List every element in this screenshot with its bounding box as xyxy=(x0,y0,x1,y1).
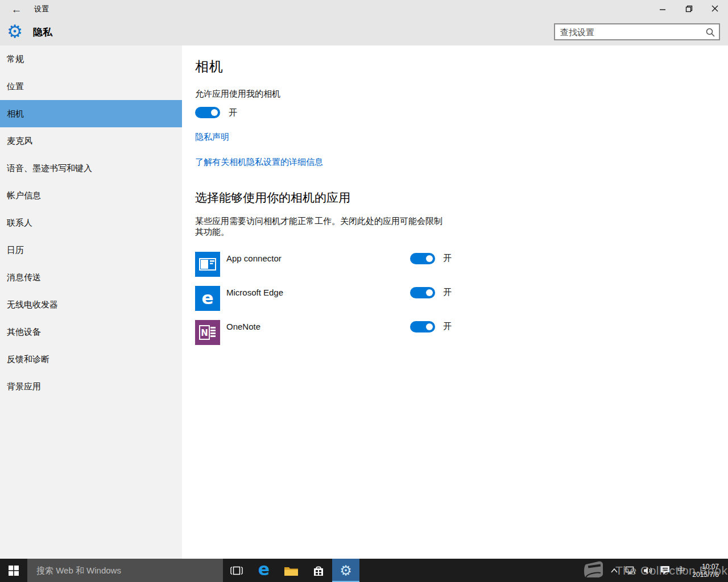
master-toggle-state: 开 xyxy=(229,107,237,118)
toggle-knob xyxy=(426,323,433,330)
app-toggle-state: 开 xyxy=(443,321,452,332)
volume-tray-icon[interactable] xyxy=(643,566,653,575)
minimize-button[interactable] xyxy=(650,0,676,17)
app-connector-icon xyxy=(195,252,220,277)
app-row-onenote: N OneNote 开 xyxy=(195,320,514,345)
onenote-toggle[interactable] xyxy=(410,321,435,332)
sidebar-item-speech[interactable]: 语音、墨迹书写和键入 xyxy=(0,155,182,182)
edge-icon: e xyxy=(195,286,220,311)
taskbar-clock[interactable]: 10:07 2015/7/6 xyxy=(692,563,719,579)
start-button[interactable] xyxy=(0,559,27,582)
learn-more-link[interactable]: 了解有关相机隐私设置的详细信息 xyxy=(195,157,323,168)
find-setting-searchbox xyxy=(554,23,720,40)
toggle-knob xyxy=(211,109,218,116)
sidebar-item-radios[interactable]: 无线电收发器 xyxy=(0,291,182,318)
master-toggle-label: 允许应用使用我的相机 xyxy=(195,89,514,99)
back-button[interactable]: ← xyxy=(7,2,26,17)
app-row-app-connector: App connector 开 xyxy=(195,252,514,277)
camera-settings-panel: 相机 允许应用使用我的相机 开 隐私声明 了解有关相机隐私设置的详细信息 选择能… xyxy=(182,45,728,559)
sidebar-item-background-apps[interactable]: 背景应用 xyxy=(0,373,182,400)
window-controls xyxy=(650,0,728,17)
toggle-knob xyxy=(426,255,433,262)
action-center-tray-icon[interactable] xyxy=(660,566,671,575)
speaker-icon xyxy=(643,566,653,575)
close-icon xyxy=(712,5,718,12)
close-button[interactable] xyxy=(702,0,728,17)
clock-date: 2015/7/6 xyxy=(692,571,719,579)
privacy-nav-sidebar: 常规 位置 相机 麦克风 语音、墨迹书写和键入 帐户信息 联系人 日历 消息传送… xyxy=(0,45,182,559)
page-title: 隐私 xyxy=(33,26,52,39)
settings-taskbar-button[interactable]: ⚙ xyxy=(332,559,359,582)
folder-icon xyxy=(284,565,299,576)
choose-apps-heading: 选择能够使用你的相机的应用 xyxy=(195,190,514,206)
sidebar-item-location[interactable]: 位置 xyxy=(0,73,182,100)
store-icon xyxy=(312,565,325,576)
app-row-microsoft-edge: e Microsoft Edge 开 xyxy=(195,286,514,311)
svg-text:N: N xyxy=(201,328,208,338)
restore-icon xyxy=(685,5,693,13)
app-list: App connector 开 e Microsoft Edge 开 N xyxy=(195,252,514,345)
window-chrome: ← 设置 ⚙ 隐私 xyxy=(0,0,728,45)
sidebar-item-camera[interactable]: 相机 xyxy=(0,100,182,127)
windows-logo-icon xyxy=(9,566,19,576)
store-button[interactable] xyxy=(305,559,332,582)
app-name: App connector xyxy=(226,253,410,263)
window-title: 设置 xyxy=(34,0,49,18)
network-tray-icon[interactable] xyxy=(625,566,636,575)
taskbar-buttons: e ⚙ xyxy=(223,559,359,582)
back-arrow-icon: ← xyxy=(11,3,22,16)
app-toggle-state: 开 xyxy=(443,287,452,298)
app-name: OneNote xyxy=(226,322,410,331)
system-tray: 中 10:07 2015/7/6 xyxy=(603,559,728,582)
sidebar-item-calendar[interactable]: 日历 xyxy=(0,236,182,264)
hidden-icons-chevron[interactable] xyxy=(610,568,618,573)
sidebar-item-contacts[interactable]: 联系人 xyxy=(0,209,182,236)
sidebar-item-microphone[interactable]: 麦克风 xyxy=(0,127,182,155)
privacy-statement-link[interactable]: 隐私声明 xyxy=(195,132,229,143)
gear-icon: ⚙ xyxy=(340,564,352,577)
choose-apps-description: 某些应用需要访问相机才能正常工作。关闭此处的应用可能会限制 其功能。 xyxy=(195,215,514,237)
sidebar-item-general[interactable]: 常规 xyxy=(0,45,182,73)
taskbar-edge-button[interactable]: e xyxy=(250,559,278,582)
file-explorer-button[interactable] xyxy=(278,559,305,582)
clock-time: 10:07 xyxy=(692,563,719,571)
edge-icon: e xyxy=(258,559,270,579)
master-toggle-row: 开 xyxy=(195,107,514,118)
action-center-icon xyxy=(660,566,671,575)
ime-indicator[interactable]: 中 xyxy=(677,566,685,576)
camera-master-toggle[interactable] xyxy=(195,107,220,118)
minimize-icon xyxy=(659,5,666,12)
app-toggle-state: 开 xyxy=(443,253,452,264)
app-connector-toggle[interactable] xyxy=(410,253,435,264)
app-name: Microsoft Edge xyxy=(226,288,410,297)
toggle-knob xyxy=(426,289,433,296)
taskbar-searchbox xyxy=(27,559,223,582)
settings-gear-icon: ⚙ xyxy=(5,22,25,42)
network-icon xyxy=(625,566,636,575)
onenote-icon: N xyxy=(195,320,220,345)
sidebar-item-other-devices[interactable]: 其他设备 xyxy=(0,318,182,346)
sidebar-item-messaging[interactable]: 消息传送 xyxy=(0,264,182,291)
restore-button[interactable] xyxy=(676,0,702,17)
taskbar-search-input[interactable] xyxy=(27,559,223,582)
sidebar-item-feedback[interactable]: 反馈和诊断 xyxy=(0,346,182,373)
task-view-button[interactable] xyxy=(223,559,250,582)
microsoft-edge-toggle[interactable] xyxy=(410,287,435,298)
chevron-up-icon xyxy=(610,568,618,573)
camera-heading: 相机 xyxy=(195,57,514,76)
task-view-icon xyxy=(230,566,243,576)
sidebar-item-account-info[interactable]: 帐户信息 xyxy=(0,182,182,209)
taskbar: e ⚙ xyxy=(0,559,728,582)
search-icon xyxy=(705,27,715,38)
find-setting-input[interactable] xyxy=(555,24,719,39)
